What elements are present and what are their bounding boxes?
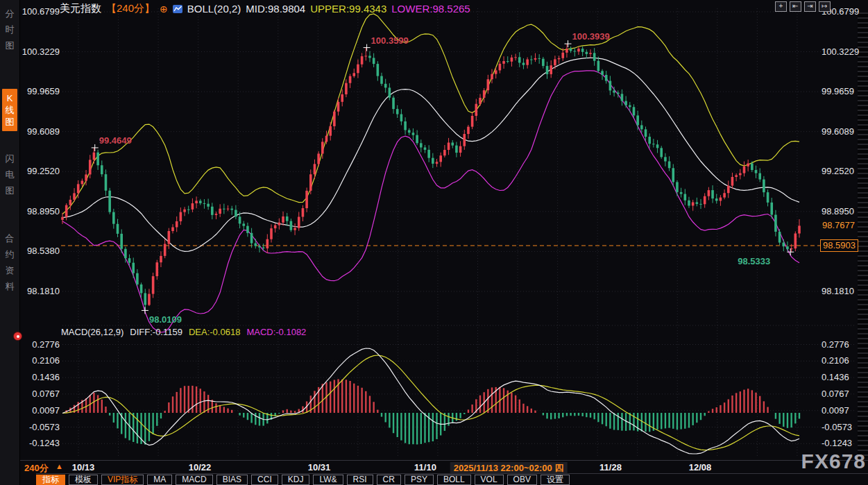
obv-button[interactable]: OBV xyxy=(507,475,537,485)
settings-button[interactable]: 设置 xyxy=(541,475,570,485)
boll-lower-value: LOWER:98.5265 xyxy=(391,3,470,15)
macd-tick-label: 0.0767 xyxy=(21,389,60,400)
macd-tick-label: 0.2776 xyxy=(822,339,860,350)
instrument-title: 美元指数 xyxy=(60,2,101,15)
macd-tick-label: 0.0767 xyxy=(822,389,860,400)
price-tick-label: 98.5380 xyxy=(21,246,60,257)
macd-tick-label: -0.1243 xyxy=(822,438,860,449)
sidebar: 分时图K线图闪电图合约资料 xyxy=(0,0,20,485)
macd-button[interactable]: MACD xyxy=(176,475,212,485)
vip-indicator-tab[interactable]: VIP指标 xyxy=(101,475,144,485)
indicator-tab[interactable]: 指标 xyxy=(36,475,65,485)
sidebar-item-kline-chart[interactable]: K线图 xyxy=(2,89,17,131)
vol-button[interactable]: VOL xyxy=(475,475,504,485)
candlestick-chart-canvas[interactable] xyxy=(0,0,868,460)
price-tick-label: 99.2520 xyxy=(21,166,60,177)
boll-upper-value: UPPER:99.4343 xyxy=(310,3,386,15)
cr-button[interactable]: CR xyxy=(377,475,401,485)
period-dropdown-arrow-icon[interactable]: ▲ xyxy=(56,462,63,470)
macd-diff-value: DIFF:-0.1159 xyxy=(130,327,182,337)
macd-tick-label: 0.2106 xyxy=(21,355,60,366)
date-tick-label: 12/08 xyxy=(689,462,712,473)
macd-tick-label: -0.1243 xyxy=(21,438,60,449)
date-tick-label: 10/22 xyxy=(189,462,212,473)
price-tick-label: 100.3229 xyxy=(822,46,860,58)
macd-header: MACD(26,12,9) DIFF:-0.1159 DEA:-0.0618 M… xyxy=(61,327,306,337)
chart-application: 分时图K线图闪电图合约资料 美元指数 【240分】 ⊕ BOLL(20,2) M… xyxy=(0,0,868,485)
sidebar-item-contract-info[interactable]: 合约资料 xyxy=(2,230,17,294)
macd-tick-label: -0.0573 xyxy=(822,422,860,433)
template-tab[interactable]: 模板 xyxy=(69,475,98,485)
time-axis: 240分 ▲ 10/1310/2210/3111/102025/11/13 22… xyxy=(0,460,868,474)
price-tick-label: 99.6089 xyxy=(21,126,60,137)
psy-button[interactable]: PSY xyxy=(405,475,434,485)
boll-label: BOLL(20,2) xyxy=(187,3,241,15)
date-tick-label: 11/28 xyxy=(599,462,622,473)
rsi-button[interactable]: RSI xyxy=(347,475,373,485)
mini-chart-icon xyxy=(173,5,182,13)
price-tick-label: 98.1810 xyxy=(21,286,60,297)
price-tick-label: 99.9659 xyxy=(21,86,60,97)
macd-tick-label: 0.0097 xyxy=(822,405,860,416)
ma-button[interactable]: MA xyxy=(147,475,172,485)
sidebar-item-time-chart[interactable]: 分时图 xyxy=(2,6,17,53)
boll-button[interactable]: BOLL xyxy=(437,475,471,485)
macd-tick-label: 0.1436 xyxy=(822,372,860,383)
indicator-alert-icon[interactable] xyxy=(14,332,22,340)
price-tick-label: 99.9659 xyxy=(822,86,860,97)
chart-header: 美元指数 【240分】 ⊕ BOLL(20,2) MID:98.9804 UPP… xyxy=(60,2,470,15)
macd-params-label: MACD(26,12,9) xyxy=(61,327,124,337)
price-tick-label: 98.8950 xyxy=(822,206,860,217)
zoom-out-x-icon[interactable]: ⇤ xyxy=(790,1,801,12)
shift-chart-right-icon[interactable]: ↦ xyxy=(819,1,831,12)
date-tick-label: 11/10 xyxy=(414,462,436,473)
macd-tick-label: 0.2106 xyxy=(822,355,860,366)
extreme-price-label: 98.5333 xyxy=(738,256,770,266)
price-tick-label: 100.6799 xyxy=(21,6,60,17)
price-tick-label: 100.3229 xyxy=(21,46,60,58)
macd-tick-label: 0.2776 xyxy=(21,339,60,350)
price-tick-label: 99.2520 xyxy=(822,166,860,177)
macd-tick-label: 0.0097 xyxy=(21,405,60,416)
extreme-price-label: 99.4649 xyxy=(99,135,132,146)
boll-mid-value: MID:98.9804 xyxy=(246,3,305,15)
price-tick-label: 98.1810 xyxy=(822,286,860,297)
extreme-price-label: 100.3939 xyxy=(572,31,610,42)
extreme-price-label: 98.0109 xyxy=(149,314,182,325)
indicator-toolbar: 指标模板VIP指标MAMACDBIASCCIKDJLW&RSICRPSYBOLL… xyxy=(36,473,868,485)
cci-button[interactable]: CCI xyxy=(251,475,278,485)
last-price-badge: 98.7677 xyxy=(820,220,857,231)
period-label[interactable]: 【240分】 xyxy=(106,2,155,15)
sidebar-item-flash-chart[interactable]: 闪电图 xyxy=(2,151,17,198)
kdj-button[interactable]: KDJ xyxy=(282,475,310,485)
window-controls: +⇤⇥↦ xyxy=(775,1,831,12)
zoom-in-x-icon[interactable]: ⇥ xyxy=(804,1,816,12)
date-tick-label: 10/31 xyxy=(308,462,331,473)
macd-dea-value: DEA:-0.0618 xyxy=(189,327,240,337)
fx678-watermark: FX678 xyxy=(801,450,866,473)
macd-hist-value: MACD:-0.1082 xyxy=(246,327,306,337)
price-tick-label: 98.8950 xyxy=(21,206,60,217)
date-tick-label: 10/13 xyxy=(72,462,95,473)
macd-tick-label: -0.0573 xyxy=(21,422,60,433)
expand-icon[interactable]: ⊕ xyxy=(160,3,168,15)
price-line-badge: 98.5903 xyxy=(820,239,858,252)
bias-button[interactable]: BIAS xyxy=(216,475,248,485)
price-tick-label: 99.6089 xyxy=(822,126,860,137)
crosshair-icon[interactable]: + xyxy=(775,1,787,12)
macd-tick-label: 0.1436 xyxy=(21,372,60,383)
extreme-price-label: 100.3599 xyxy=(371,35,409,46)
lwr-button[interactable]: LW& xyxy=(313,475,343,485)
